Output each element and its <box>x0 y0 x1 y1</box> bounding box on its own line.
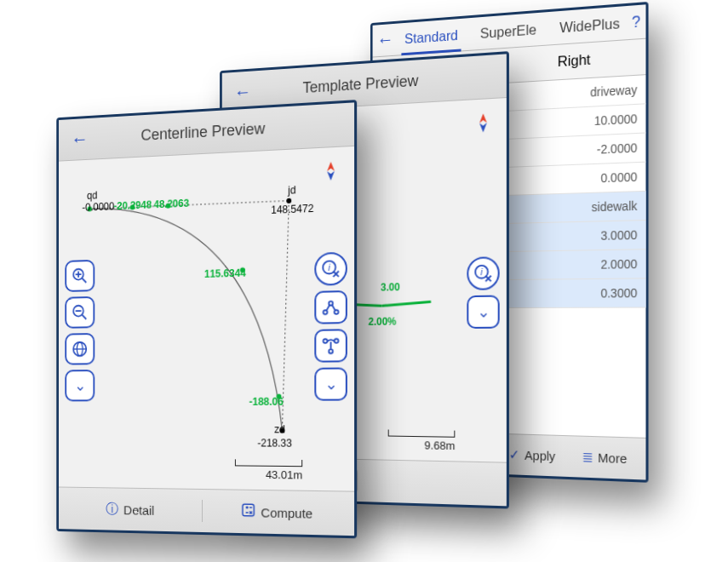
svg-text:i: i <box>329 262 331 272</box>
svg-line-21 <box>82 278 86 283</box>
scale-label: 9.68m <box>388 439 456 453</box>
svg-rect-43 <box>243 504 254 516</box>
svg-line-37 <box>326 305 330 311</box>
scale-line <box>388 429 456 437</box>
zoom-out-button[interactable] <box>65 296 95 329</box>
pt-vj: 148.5472 <box>271 203 313 216</box>
apply-icon: ✓ <box>509 446 519 462</box>
more-label: More <box>598 450 627 467</box>
page-title: Template Preview <box>256 67 498 100</box>
info-x-icon: i <box>473 264 492 284</box>
zoom-in-button[interactable] <box>65 260 95 292</box>
svg-line-38 <box>332 305 335 311</box>
zoom-in-icon <box>72 267 89 285</box>
right-tool-column: i ⌄ <box>467 256 499 329</box>
pt-va: -20.2948 <box>114 199 152 213</box>
spline-tool[interactable] <box>314 329 347 362</box>
segment-b: 3.00 <box>381 281 400 293</box>
detail-label: Detail <box>123 502 154 517</box>
svg-text:i: i <box>480 267 483 277</box>
spline-icon <box>321 336 340 356</box>
svg-line-4 <box>381 301 431 306</box>
compute-icon <box>241 502 256 522</box>
zoom-extents-button[interactable] <box>65 333 95 365</box>
polyline-icon <box>321 297 340 317</box>
pt-v0: -0.0000 <box>83 200 115 213</box>
globe-icon <box>72 340 89 358</box>
more-icon: ≣ <box>582 449 593 466</box>
scale-bar: 43.01m <box>235 459 302 481</box>
info-icon: ⓘ <box>106 501 119 519</box>
scale-label: 43.01m <box>235 467 302 481</box>
scale-bar: 9.68m <box>388 429 456 452</box>
pt-vn: -188.06 <box>249 396 284 408</box>
footer-separator <box>202 500 203 522</box>
segment-pb: 2.00% <box>369 316 397 328</box>
back-button[interactable]: ← <box>377 26 394 54</box>
pt-zd: zd <box>274 423 285 435</box>
pt-jd: jd <box>288 184 295 197</box>
more-button[interactable]: ≣ More <box>572 443 638 472</box>
help-button[interactable]: ? <box>632 13 640 32</box>
info-x-icon: i <box>321 259 340 278</box>
tab-superele[interactable]: SuperEle <box>469 12 548 50</box>
pt-vz: -218.33 <box>257 437 291 449</box>
back-button[interactable]: ← <box>66 124 93 154</box>
polyline-tool[interactable] <box>314 290 347 324</box>
zoom-out-icon <box>72 303 89 322</box>
back-button[interactable]: ← <box>230 77 256 107</box>
pt-vm: 115.6344 <box>204 267 246 280</box>
compute-button[interactable]: Compute <box>209 496 346 529</box>
pt-qd: qd <box>87 190 97 202</box>
apply-label: Apply <box>525 448 555 463</box>
left-tool-column: ⌄ <box>65 260 95 401</box>
svg-line-25 <box>82 314 86 318</box>
info-clear-button[interactable]: i <box>314 252 347 286</box>
svg-point-35 <box>329 301 333 306</box>
centerline-lineart <box>59 146 354 491</box>
expand-tools-button[interactable]: ⌄ <box>65 370 95 401</box>
page-title: Centerline Preview <box>93 115 345 146</box>
tab-standard[interactable]: Standard <box>393 18 468 55</box>
window-centerline-preview: ← Centerline Preview qd -0.0000 -20.2948… <box>56 100 357 538</box>
scale-line <box>235 459 302 467</box>
expand-tools-button[interactable]: ⌄ <box>467 295 499 329</box>
apply-button[interactable]: ✓ Apply <box>500 441 565 470</box>
pt-vb: 48.2063 <box>154 198 189 211</box>
expand-tools-button[interactable]: ⌄ <box>314 367 347 400</box>
svg-point-41 <box>329 349 333 353</box>
detail-button[interactable]: ⓘ Detail <box>66 495 195 525</box>
svg-point-34 <box>324 310 328 314</box>
right-tool-column: i <box>314 252 347 401</box>
compute-label: Compute <box>261 505 312 520</box>
svg-point-36 <box>335 310 339 314</box>
tab-wideplus[interactable]: WidePlus <box>548 6 632 45</box>
info-clear-button[interactable]: i <box>467 256 499 290</box>
centerline-canvas[interactable]: qd -0.0000 -20.2948 48.2063 jd 148.5472 … <box>59 146 354 491</box>
footer-bar: ⓘ Detail Compute <box>59 487 354 536</box>
